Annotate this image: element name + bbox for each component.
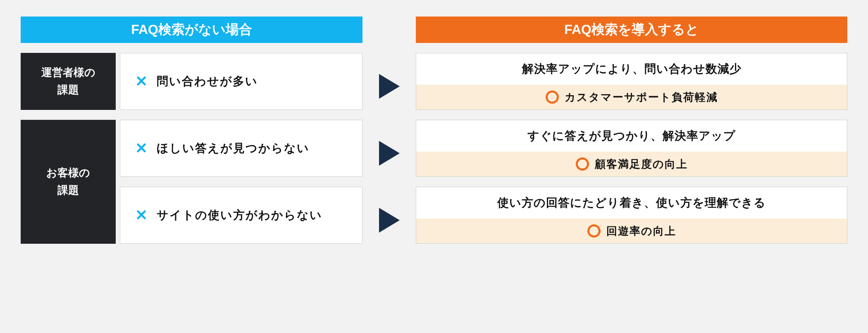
svg-marker-2 (379, 208, 400, 233)
left-column: FAQ検索がない場合 運営者様の課題 ✕ 問い合わせが多い お客様の課題 ✕ ほ… (21, 17, 362, 249)
customer-label: お客様の課題 (21, 120, 116, 244)
right-header: FAQ検索を導入すると (416, 17, 847, 43)
customer-problems: ✕ ほしい答えが見つからない ✕ サイトの使い方がわからない (120, 120, 362, 244)
left-rows: 運営者様の課題 ✕ 問い合わせが多い お客様の課題 ✕ ほしい答えが見つからない (21, 53, 362, 244)
benefit-top-text: 解決率アップにより、問い合わせ数減少 (416, 53, 847, 85)
circle-icon (576, 157, 589, 171)
problem-card: ✕ 問い合わせが多い (120, 53, 362, 110)
right-column: FAQ検索を導入すると 解決率アップにより、問い合わせ数減少 カスタマーサポート… (416, 17, 847, 249)
problem-text: 問い合わせが多い (157, 74, 258, 89)
benefit-bottom: カスタマーサポート負荷軽減 (416, 85, 847, 109)
benefit-card: 解決率アップにより、問い合わせ数減少 カスタマーサポート負荷軽減 (416, 53, 847, 110)
problem-text: サイトの使い方がわからない (157, 207, 322, 223)
problem-card: ✕ ほしい答えが見つからない (120, 120, 362, 177)
benefit-top-text: すぐに答えが見つかり、解決率アップ (416, 120, 847, 152)
left-group-operator: 運営者様の課題 ✕ 問い合わせが多い (21, 53, 362, 110)
benefit-bottom-text: 回遊率の向上 (606, 224, 676, 238)
benefit-top-text: 使い方の回答にたどり着き、使い方を理解できる (416, 187, 847, 219)
svg-marker-1 (379, 141, 400, 166)
x-icon: ✕ (135, 141, 148, 156)
x-icon: ✕ (135, 74, 148, 89)
circle-icon (546, 90, 559, 104)
problem-text: ほしい答えが見つからない (157, 140, 310, 156)
circle-icon (587, 224, 601, 238)
benefit-bottom-text: カスタマーサポート負荷軽減 (565, 90, 718, 105)
arrows-column (375, 17, 403, 249)
operator-label: 運営者様の課題 (21, 53, 116, 110)
left-header: FAQ検索がない場合 (21, 17, 362, 43)
right-rows: 解決率アップにより、問い合わせ数減少 カスタマーサポート負荷軽減 すぐに答えが見… (416, 53, 847, 244)
x-icon: ✕ (135, 208, 148, 223)
benefit-bottom: 顧客満足度の向上 (416, 152, 847, 176)
benefit-bottom-text: 顧客満足度の向上 (595, 157, 688, 171)
left-group-customer: お客様の課題 ✕ ほしい答えが見つからない ✕ サイトの使い方がわからない (21, 120, 362, 244)
svg-marker-0 (379, 74, 400, 99)
problem-card: ✕ サイトの使い方がわからない (120, 187, 362, 244)
benefit-bottom: 回遊率の向上 (416, 219, 847, 243)
arrow-icon (375, 192, 403, 249)
benefit-card: 使い方の回答にたどり着き、使い方を理解できる 回遊率の向上 (416, 187, 847, 244)
arrow-icon (375, 58, 403, 115)
operator-problems: ✕ 問い合わせが多い (120, 53, 362, 110)
benefit-card: すぐに答えが見つかり、解決率アップ 顧客満足度の向上 (416, 120, 847, 177)
comparison-diagram: FAQ検索がない場合 運営者様の課題 ✕ 問い合わせが多い お客様の課題 ✕ ほ… (21, 17, 847, 249)
arrow-icon (375, 125, 403, 182)
